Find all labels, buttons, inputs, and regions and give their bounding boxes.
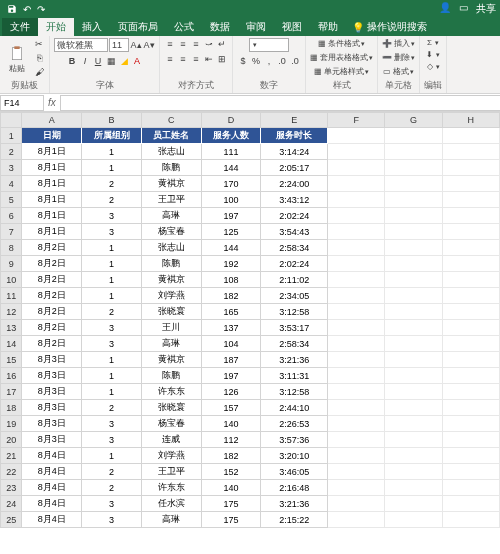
- number-format-combo[interactable]: [249, 38, 289, 52]
- cell[interactable]: [442, 400, 499, 416]
- cell[interactable]: 8月3日: [22, 352, 82, 368]
- cell[interactable]: 王川: [141, 320, 201, 336]
- cell[interactable]: [328, 256, 385, 272]
- formula-input[interactable]: [60, 95, 500, 111]
- col-header[interactable]: B: [82, 113, 142, 128]
- col-header[interactable]: G: [385, 113, 442, 128]
- col-header[interactable]: E: [261, 113, 328, 128]
- decrease-font-icon[interactable]: A▾: [143, 39, 155, 51]
- cell[interactable]: 125: [201, 224, 261, 240]
- cell[interactable]: [328, 480, 385, 496]
- cell[interactable]: [328, 416, 385, 432]
- row-header[interactable]: 19: [1, 416, 22, 432]
- cell[interactable]: [328, 464, 385, 480]
- cell[interactable]: 王卫平: [141, 192, 201, 208]
- col-header[interactable]: A: [22, 113, 82, 128]
- cell[interactable]: 112: [201, 432, 261, 448]
- cell[interactable]: 王卫平: [141, 464, 201, 480]
- cell[interactable]: 3:46:05: [261, 464, 328, 480]
- cell[interactable]: 8月3日: [22, 368, 82, 384]
- cell[interactable]: 3: [82, 416, 142, 432]
- underline-button[interactable]: U: [92, 55, 104, 67]
- row-header[interactable]: 7: [1, 224, 22, 240]
- worksheet[interactable]: ABCDEFGH1日期所属组别员工姓名服务人数服务时长28月1日1张志山1113…: [0, 112, 500, 554]
- cell[interactable]: [385, 192, 442, 208]
- cell[interactable]: 175: [201, 496, 261, 512]
- row-header[interactable]: 1: [1, 128, 22, 144]
- cell[interactable]: 2:16:48: [261, 480, 328, 496]
- cell[interactable]: 175: [201, 512, 261, 528]
- user-icon[interactable]: 👤: [439, 2, 451, 16]
- merge-icon[interactable]: ⊞: [216, 53, 228, 65]
- menu-help[interactable]: 帮助: [310, 18, 346, 36]
- cell[interactable]: [385, 336, 442, 352]
- currency-icon[interactable]: $: [237, 55, 249, 67]
- cell[interactable]: 8月3日: [22, 416, 82, 432]
- inc-decimal-icon[interactable]: .0: [276, 55, 288, 67]
- cell[interactable]: 2: [82, 480, 142, 496]
- cell[interactable]: 8月2日: [22, 304, 82, 320]
- cell[interactable]: [385, 512, 442, 528]
- cell[interactable]: [442, 464, 499, 480]
- cell[interactable]: 杨宝春: [141, 416, 201, 432]
- cell[interactable]: 197: [201, 208, 261, 224]
- cell[interactable]: 8月3日: [22, 384, 82, 400]
- cell[interactable]: [328, 224, 385, 240]
- autosum-button[interactable]: Σ: [427, 38, 439, 47]
- row-header[interactable]: 25: [1, 512, 22, 528]
- cell[interactable]: 3: [82, 224, 142, 240]
- cell[interactable]: [442, 304, 499, 320]
- cell[interactable]: [328, 272, 385, 288]
- align-center-icon[interactable]: ≡: [177, 53, 189, 65]
- cell[interactable]: 1: [82, 272, 142, 288]
- cell[interactable]: 2: [82, 192, 142, 208]
- cell[interactable]: 1: [82, 448, 142, 464]
- cell[interactable]: 1: [82, 256, 142, 272]
- col-header[interactable]: H: [442, 113, 499, 128]
- cell[interactable]: 8月4日: [22, 464, 82, 480]
- percent-icon[interactable]: %: [250, 55, 262, 67]
- menu-review[interactable]: 审阅: [238, 18, 274, 36]
- cell[interactable]: [385, 432, 442, 448]
- cell[interactable]: [328, 288, 385, 304]
- cell[interactable]: [385, 400, 442, 416]
- cell[interactable]: 8月3日: [22, 432, 82, 448]
- cell[interactable]: [442, 192, 499, 208]
- cell[interactable]: 8月1日: [22, 160, 82, 176]
- cell[interactable]: 陈鹏: [141, 256, 201, 272]
- row-header[interactable]: 13: [1, 320, 22, 336]
- cell[interactable]: 197: [201, 368, 261, 384]
- undo-icon[interactable]: ↶: [20, 2, 34, 17]
- cell[interactable]: 108: [201, 272, 261, 288]
- col-header[interactable]: F: [328, 113, 385, 128]
- cell[interactable]: 许东东: [141, 384, 201, 400]
- font-size-combo[interactable]: 11: [109, 38, 129, 52]
- cut-icon[interactable]: ✂: [33, 38, 45, 50]
- cell[interactable]: [328, 128, 385, 144]
- tell-me[interactable]: 💡操作说明搜索: [346, 18, 433, 36]
- menu-view[interactable]: 视图: [274, 18, 310, 36]
- cell[interactable]: [442, 320, 499, 336]
- cell[interactable]: [328, 432, 385, 448]
- fill-button[interactable]: ⬇: [426, 50, 440, 59]
- cell[interactable]: [385, 288, 442, 304]
- cell[interactable]: [442, 272, 499, 288]
- cell[interactable]: 3:21:36: [261, 496, 328, 512]
- italic-button[interactable]: I: [79, 55, 91, 67]
- row-header[interactable]: 18: [1, 400, 22, 416]
- cell[interactable]: [385, 256, 442, 272]
- cell[interactable]: 张志山: [141, 144, 201, 160]
- cell[interactable]: 2:44:10: [261, 400, 328, 416]
- cell[interactable]: [385, 208, 442, 224]
- row-header[interactable]: 10: [1, 272, 22, 288]
- cell[interactable]: 8月4日: [22, 448, 82, 464]
- cell[interactable]: 104: [201, 336, 261, 352]
- clear-button[interactable]: ◇: [427, 62, 440, 71]
- cell[interactable]: 8月3日: [22, 400, 82, 416]
- menu-insert[interactable]: 插入: [74, 18, 110, 36]
- cell[interactable]: [442, 144, 499, 160]
- cell[interactable]: [328, 448, 385, 464]
- cell[interactable]: 2:15:22: [261, 512, 328, 528]
- align-middle-icon[interactable]: ≡: [177, 38, 189, 50]
- cell[interactable]: [442, 352, 499, 368]
